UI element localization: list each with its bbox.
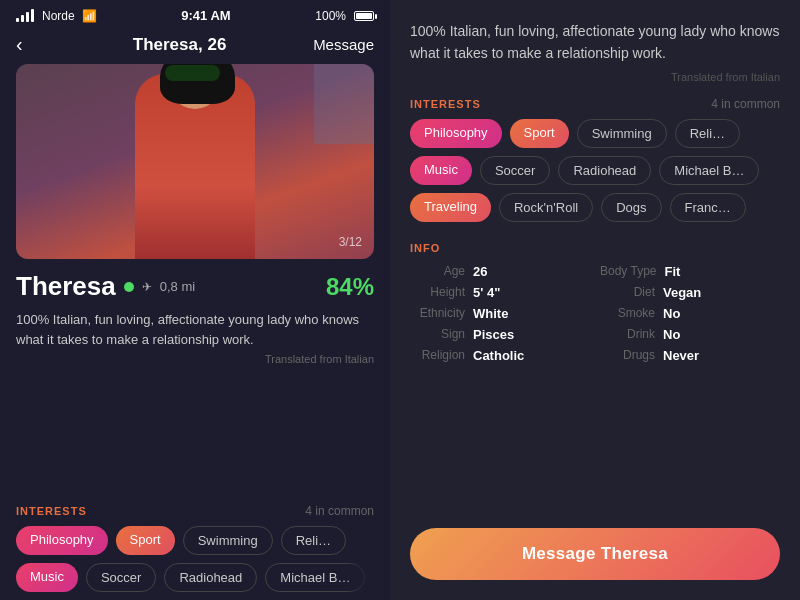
- left-panel: Norde 📶 9:41 AM 100% ‹ Theresa, 26 Messa…: [0, 0, 390, 600]
- right-content: 100% Italian, fun loving, affectionate y…: [390, 0, 800, 516]
- tags-row-2: Music Soccer Radiohead Michael B…: [16, 563, 374, 592]
- r-tag-soccer[interactable]: Soccer: [480, 156, 550, 185]
- photo-glasses: [165, 65, 220, 81]
- r-tag-philosophy[interactable]: Philosophy: [410, 119, 502, 148]
- info-grid: Age 26 Body Type Fit Height 5' 4" Diet V…: [410, 264, 780, 363]
- interests-title: INTERESTS: [16, 505, 87, 517]
- match-percentage: 84%: [326, 273, 374, 301]
- info-diet: Diet Vegan: [600, 285, 780, 300]
- label-drink: Drink: [600, 327, 655, 341]
- message-theresa-button[interactable]: Message Theresa: [410, 528, 780, 580]
- info-drink: Drink No: [600, 327, 780, 342]
- info-bodytype: Body Type Fit: [600, 264, 780, 279]
- nav-bar: ‹ Theresa, 26 Message: [0, 27, 390, 64]
- r-tag-sport[interactable]: Sport: [510, 119, 569, 148]
- common-count-right: 4 in common: [711, 97, 780, 111]
- label-smoke: Smoke: [600, 306, 655, 320]
- status-left: Norde 📶: [16, 9, 97, 23]
- tag-sport[interactable]: Sport: [116, 526, 175, 555]
- right-panel: 100% Italian, fun loving, affectionate y…: [390, 0, 800, 600]
- signal-icon: [16, 9, 34, 22]
- translated-label: Translated from Italian: [16, 353, 374, 365]
- r-tag-franc[interactable]: Franc…: [670, 193, 746, 222]
- label-height: Height: [410, 285, 465, 299]
- bg-building: [314, 64, 374, 144]
- tag-soccer[interactable]: Soccer: [86, 563, 156, 592]
- info-ethnicity: Ethnicity White: [410, 306, 590, 321]
- label-age: Age: [410, 264, 465, 278]
- info-smoke: Smoke No: [600, 306, 780, 321]
- value-drugs: Never: [663, 348, 699, 363]
- value-sign: Pisces: [473, 327, 514, 342]
- r-tag-music[interactable]: Music: [410, 156, 472, 185]
- tag-swimming[interactable]: Swimming: [183, 526, 273, 555]
- value-religion: Catholic: [473, 348, 524, 363]
- label-sign: Sign: [410, 327, 465, 341]
- value-age: 26: [473, 264, 487, 279]
- carrier-name: Norde: [42, 9, 75, 23]
- tag-radiohead[interactable]: Radiohead: [164, 563, 257, 592]
- location-icon: ✈: [142, 280, 152, 294]
- interests-title-right: INTERESTS: [410, 98, 481, 110]
- location-distance: 0,8 mi: [160, 279, 195, 294]
- battery-icon: [354, 11, 374, 21]
- info-drugs: Drugs Never: [600, 348, 780, 363]
- r-tag-reli[interactable]: Reli…: [675, 119, 740, 148]
- label-drugs: Drugs: [600, 348, 655, 362]
- r-tag-rocknroll[interactable]: Rock'n'Roll: [499, 193, 593, 222]
- tags-row-1: Philosophy Sport Swimming Reli…: [16, 526, 374, 555]
- value-smoke: No: [663, 306, 680, 321]
- tag-philosophy[interactable]: Philosophy: [16, 526, 108, 555]
- r-tag-swimming[interactable]: Swimming: [577, 119, 667, 148]
- r-tag-michael[interactable]: Michael B…: [659, 156, 759, 185]
- tag-music[interactable]: Music: [16, 563, 78, 592]
- nav-title: Theresa, 26: [133, 35, 227, 55]
- interests-header: INTERESTS 4 in common: [16, 504, 374, 518]
- clock: 9:41 AM: [181, 8, 230, 23]
- message-btn-container: Message Theresa: [390, 516, 800, 600]
- info-sign: Sign Pisces: [410, 327, 590, 342]
- battery-area: 100%: [315, 9, 374, 23]
- info-section: INFO Age 26 Body Type Fit Height 5' 4" D…: [410, 238, 780, 363]
- wifi-icon: 📶: [82, 9, 97, 23]
- profile-name: Theresa: [16, 271, 116, 302]
- profile-section: Theresa ✈ 0,8 mi 84% 100% Italian, fun l…: [0, 259, 390, 496]
- tag-reli[interactable]: Reli…: [281, 526, 346, 555]
- info-age: Age 26: [410, 264, 590, 279]
- status-bar: Norde 📶 9:41 AM 100%: [0, 0, 390, 27]
- r-tag-dogs[interactable]: Dogs: [601, 193, 661, 222]
- value-height: 5' 4": [473, 285, 500, 300]
- tags-grid: Philosophy Sport Swimming Reli… Music So…: [410, 119, 780, 222]
- info-height: Height 5' 4": [410, 285, 590, 300]
- label-ethnicity: Ethnicity: [410, 306, 465, 320]
- interests-right: INTERESTS 4 in common Philosophy Sport S…: [410, 97, 780, 222]
- value-bodytype: Fit: [664, 264, 680, 279]
- interests-section: INTERESTS 4 in common Philosophy Sport S…: [0, 496, 390, 600]
- photo-art: [16, 64, 374, 259]
- profile-photo: 3/12: [16, 64, 374, 259]
- common-count: 4 in common: [305, 504, 374, 518]
- value-drink: No: [663, 327, 680, 342]
- online-indicator: [124, 282, 134, 292]
- r-tag-radiohead[interactable]: Radiohead: [558, 156, 651, 185]
- nav-message-link[interactable]: Message: [313, 36, 374, 53]
- label-religion: Religion: [410, 348, 465, 362]
- r-tag-traveling[interactable]: Traveling: [410, 193, 491, 222]
- value-diet: Vegan: [663, 285, 701, 300]
- battery-pct: 100%: [315, 9, 346, 23]
- value-ethnicity: White: [473, 306, 508, 321]
- bio-full: 100% Italian, fun loving, affectionate y…: [410, 20, 780, 65]
- info-religion: Religion Catholic: [410, 348, 590, 363]
- translated-label-right: Translated from Italian: [410, 71, 780, 83]
- interests-header-right: INTERESTS 4 in common: [410, 97, 780, 111]
- bio-text: 100% Italian, fun loving, affectionate y…: [16, 310, 374, 349]
- label-diet: Diet: [600, 285, 655, 299]
- photo-badge: 3/12: [339, 235, 362, 249]
- back-button[interactable]: ‹: [16, 33, 46, 56]
- name-row: Theresa ✈ 0,8 mi 84%: [16, 271, 374, 302]
- tag-michael[interactable]: Michael B…: [265, 563, 365, 592]
- info-title: INFO: [410, 242, 440, 254]
- label-bodytype: Body Type: [600, 264, 656, 278]
